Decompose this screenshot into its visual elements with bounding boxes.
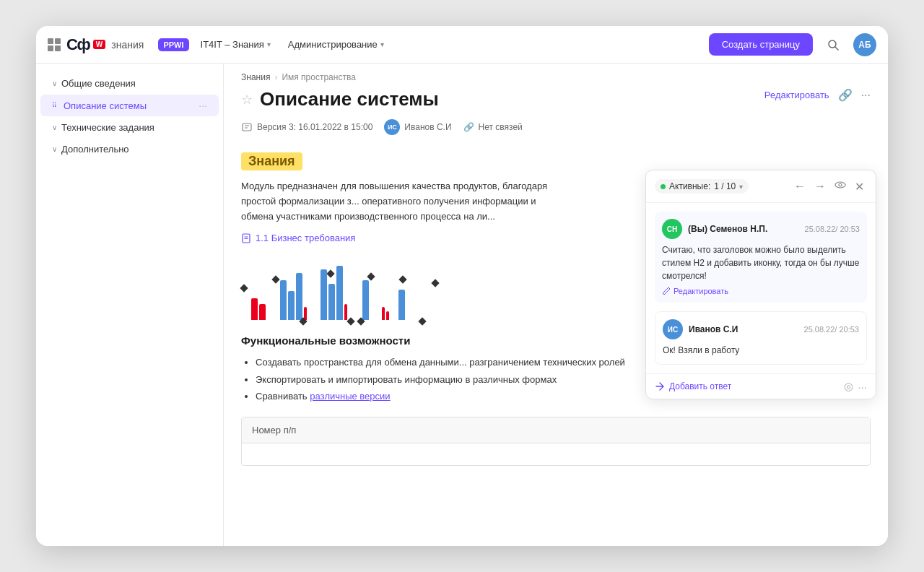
version-icon — [241, 121, 253, 133]
active-badge: Активные: 1 / 10 ▾ — [655, 179, 749, 194]
chart-group-6 — [398, 290, 405, 320]
active-label: Активные: — [669, 181, 710, 191]
search-icon — [827, 39, 839, 51]
user-avatar-button[interactable]: АБ — [853, 33, 876, 56]
chevron-down-icon: ▾ — [380, 40, 384, 48]
close-panel-button[interactable]: ✕ — [852, 178, 867, 195]
page-header: ☆ Описание системы Редактировать 🔗 ··· — [224, 88, 888, 116]
comment-time-2: 25.08.22/ 20:53 — [804, 325, 859, 334]
more-icon: ··· — [199, 100, 207, 111]
comment-author-1: (Вы) Семенов Н.П. — [688, 224, 767, 234]
view-toggle-button[interactable] — [832, 178, 849, 195]
meta-author: ИС Иванов С.И — [384, 119, 451, 135]
header-right: Создать страницу АБ — [709, 33, 876, 56]
diamond-icon — [431, 280, 439, 287]
comment-body: СН (Вы) Семенов Н.П. 25.08.22/ 20:53 Счи… — [646, 203, 876, 373]
chart-group-5 — [382, 307, 389, 320]
chart-group-3 — [321, 266, 347, 320]
chevron-icon: ∨ — [52, 145, 57, 153]
comment-text-2: Ок! Взяли в работу — [663, 344, 859, 357]
eye-icon — [834, 179, 846, 191]
header-nav: PPWI IT4IT – Знания ▾ Администрирование … — [158, 36, 389, 53]
chart-group-2 — [280, 273, 307, 320]
add-reply-button[interactable]: Добавить ответ — [655, 381, 731, 391]
page-actions: Редактировать 🔗 ··· — [764, 88, 871, 102]
comment-text-1: Считаю, что заголовок можно было выделит… — [662, 243, 860, 282]
footer-actions: ◎ ··· — [844, 380, 867, 393]
diamond-icon — [346, 318, 354, 326]
edit-icon — [662, 287, 671, 295]
sidebar-item-tech[interactable]: ∨ Технические задания — [40, 117, 219, 138]
meta-links: 🔗 Нет связей — [463, 122, 523, 132]
diamond-icon — [271, 276, 279, 284]
search-button[interactable] — [821, 33, 845, 56]
svg-rect-2 — [243, 124, 251, 131]
main-layout: ∨ Общие сведения ⠿ Описание системы ··· … — [36, 64, 888, 546]
diamond-icon — [398, 276, 406, 284]
breadcrumb-separator: › — [274, 72, 277, 82]
comment-avatar-1: СН — [662, 219, 682, 239]
diamond-icon — [418, 318, 426, 326]
next-comment-button[interactable]: → — [811, 178, 829, 194]
section-highlight: Знания — [241, 152, 302, 170]
page-body: Знания Модуль предназначен для повышения… — [224, 147, 888, 483]
comment-card-2: ИС Иванов С.И 25.08.22/ 20:53 Ок! Взяли … — [655, 311, 867, 365]
comment-time-1: 25.08.22/ 20:53 — [805, 225, 860, 233]
comment-panel-header: Активные: 1 / 10 ▾ ← → — [646, 170, 876, 203]
comment-header-1: СН (Вы) Семенов Н.П. 25.08.22/ 20:53 — [662, 219, 860, 239]
знания-label: знания — [111, 39, 144, 51]
logo-badge: W — [93, 40, 105, 49]
page-meta: Версия 3: 16.01.2022 в 15:00 ИС Иванов С… — [224, 116, 888, 147]
nav-item-admin[interactable]: Администрирование ▾ — [282, 36, 390, 53]
doc-icon — [241, 233, 251, 243]
chart-group-4 — [362, 280, 369, 320]
breadcrumb-space: Имя пространства — [282, 72, 355, 82]
create-page-button[interactable]: Создать страницу — [709, 33, 813, 56]
active-dot — [661, 184, 666, 189]
svg-point-9 — [839, 183, 842, 186]
logo-text: Сф — [66, 35, 90, 54]
comment-header-2: ИС Иванов С.И 25.08.22/ 20:53 — [663, 319, 859, 339]
various-versions-link[interactable]: различные версии — [310, 391, 390, 402]
svg-line-1 — [835, 47, 838, 50]
chart-group-1 — [251, 298, 266, 320]
reply-icon — [655, 381, 665, 391]
diamond-icon — [240, 285, 248, 292]
edit-comment-button[interactable]: Редактировать — [662, 287, 860, 295]
edit-button[interactable]: Редактировать — [764, 90, 829, 100]
meta-version: Версия 3: 16.01.2022 в 15:00 — [241, 121, 372, 133]
page-title-area: ☆ Описание системы — [241, 88, 439, 110]
prev-comment-button[interactable]: ← — [791, 178, 808, 194]
grid-icon[interactable] — [48, 38, 61, 51]
chevron-icon: ∨ — [52, 124, 57, 131]
link-icon: 🔗 — [463, 122, 474, 132]
svg-point-8 — [835, 182, 845, 188]
bar-chart — [241, 255, 465, 320]
author-avatar: ИС — [384, 119, 400, 135]
star-icon[interactable]: ☆ — [241, 92, 253, 108]
sidebar-item-general[interactable]: ∨ Общие сведения — [40, 73, 219, 94]
comment-card-1: СН (Вы) Семенов Н.П. 25.08.22/ 20:53 Счи… — [655, 212, 867, 303]
panel-navigation: ← → ✕ — [791, 178, 867, 195]
sidebar-item-description[interactable]: ⠿ Описание системы ··· — [40, 95, 219, 116]
sidebar: ∨ Общие сведения ⠿ Описание системы ··· … — [36, 64, 224, 546]
ppwi-badge: PPWI — [158, 38, 188, 51]
sidebar-item-additional[interactable]: ∨ Дополнительно — [40, 139, 219, 160]
link-icon[interactable]: 🔗 — [838, 88, 853, 102]
comment-panel: Активные: 1 / 10 ▾ ← → — [645, 170, 876, 399]
more-options-button[interactable]: ··· — [858, 381, 867, 393]
table-stub: Номер п/п — [241, 417, 871, 466]
page-title: Описание системы — [260, 88, 439, 110]
resolve-button[interactable]: ◎ — [844, 380, 853, 393]
chevron-icon: ∨ — [52, 79, 57, 87]
comment-panel-footer: Добавить ответ ◎ ··· — [646, 373, 876, 399]
nav-item-it4it[interactable]: IT4IT – Знания ▾ — [195, 36, 276, 53]
chevron-down-icon: ▾ — [739, 183, 743, 191]
breadcrumb-знания[interactable]: Знания — [241, 72, 270, 82]
more-options-icon[interactable]: ··· — [861, 89, 871, 102]
breadcrumb: Знания › Имя пространства — [224, 64, 888, 88]
content-area: Знания › Имя пространства ☆ Описание сис… — [224, 64, 888, 546]
logo-area: Сф W знания — [48, 35, 144, 54]
comment-author-2: Иванов С.И — [689, 324, 738, 334]
table-header-cell: Номер п/п — [242, 417, 870, 443]
